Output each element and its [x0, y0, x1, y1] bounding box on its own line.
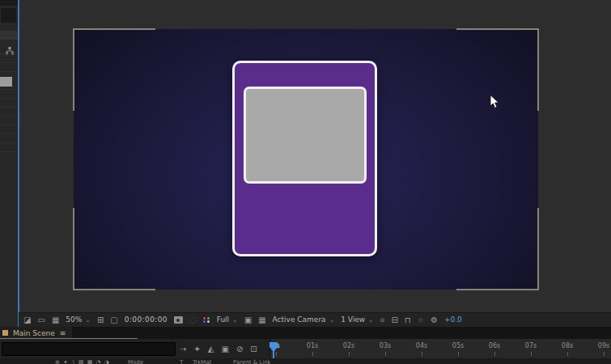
left-panel-row-divider: [0, 89, 16, 90]
camera-view-dropdown[interactable]: Active Camera ⌄: [273, 316, 335, 324]
column-parent-link: Parent & Link: [233, 359, 271, 364]
ruler-label: 05s: [449, 342, 467, 349]
exposure-adjust[interactable]: +0.0: [444, 316, 462, 324]
histogram-icon[interactable]: ⊓: [405, 316, 411, 324]
flowchart-icon[interactable]: ⁘: [418, 316, 424, 324]
viewer-toolbar: ◪ ▭ ▦ 50% ⌄ ⊞ ▢ 0:00:00:00 ◌ Full ⌄ ▣ ▦ …: [19, 312, 611, 327]
preview-monitor-icon[interactable]: ▦: [52, 316, 59, 324]
time-ruler[interactable]: 0s 01s 02s 03s 04s 05s 06s 07s 08s 09s: [269, 339, 611, 358]
ruler-tick: [422, 352, 422, 356]
grid-options-icon[interactable]: ⊞: [97, 316, 104, 324]
monitor-icon[interactable]: ▭: [37, 316, 45, 324]
ruler-tick: [349, 352, 350, 356]
ruler-label: 09s: [595, 342, 611, 349]
camera-lens-dot: [176, 319, 180, 322]
draft-3d-icon[interactable]: ✦: [193, 345, 200, 353]
view-layout-value: 1 View: [341, 315, 365, 324]
ruler-label: 06s: [486, 342, 503, 349]
ruler-tick: [494, 352, 495, 356]
resolution-value: Full: [217, 315, 229, 324]
layer-switch-icons: ⊕ ✦ ∖ ▤ ▦ ◔ ◑: [55, 359, 110, 364]
composition-viewport[interactable]: [74, 29, 538, 290]
magnification-dropdown[interactable]: 50% ⌄: [66, 316, 91, 324]
fast-previews-gear-icon[interactable]: ⚙: [431, 316, 438, 324]
transparency-grid-icon[interactable]: ▦: [258, 316, 265, 324]
ruler-label: 07s: [522, 342, 540, 349]
left-panel-row-divider: [0, 133, 16, 134]
reset-exposure-icon[interactable]: ⊟: [391, 316, 397, 324]
flowchart-icon: [5, 43, 15, 51]
left-panel-row-divider: [0, 142, 16, 143]
blue-channel-dot: [203, 320, 206, 323]
ruler-tick: [458, 352, 459, 356]
grid-guides-icon[interactable]: ⌗: [380, 316, 385, 324]
ruler-label: 08s: [558, 342, 576, 349]
comp-color-swatch: [2, 330, 8, 336]
panel-menu-icon[interactable]: ≡: [60, 329, 66, 337]
view-options-icon[interactable]: ◪: [23, 316, 31, 324]
ruler-tick: [276, 352, 277, 356]
viewport-corner-bracket: [73, 208, 155, 290]
column-trkmat: TrkMat: [193, 359, 211, 364]
red-channel-dot: [203, 317, 206, 320]
chevron-down-icon: ⌄: [232, 316, 238, 324]
left-panel-row-divider: [0, 151, 16, 152]
channel-settings-icon[interactable]: [203, 317, 210, 323]
show-snapshot-icon[interactable]: ◌: [189, 316, 197, 324]
ruler-tick: [385, 352, 386, 356]
column-t: T: [180, 359, 183, 364]
left-panel-row-divider: [0, 125, 16, 125]
left-panel-strip[interactable]: [0, 0, 18, 328]
left-panel-row-divider: [0, 62, 16, 63]
graph-editor-icon[interactable]: ⊡: [250, 345, 257, 353]
camera-view-value: Active Camera: [273, 315, 326, 324]
timeline-tab-bar: Main Scene ≡: [0, 327, 611, 339]
left-panel-row-divider: [0, 116, 16, 116]
magnification-value: 50%: [66, 315, 82, 324]
left-panel-header: [0, 0, 18, 6]
mask-visibility-icon[interactable]: ▢: [110, 316, 117, 324]
chevron-down-icon: ⌄: [329, 316, 335, 324]
motion-blur-icon[interactable]: ⊘: [236, 345, 243, 353]
ruler-label: 04s: [413, 342, 431, 349]
region-of-interest-icon[interactable]: ▣: [244, 316, 252, 324]
column-mode: Mode: [128, 359, 143, 364]
resolution-dropdown[interactable]: Full ⌄: [217, 316, 238, 324]
ruler-label: 01s: [303, 342, 321, 349]
tab-main-scene[interactable]: Main Scene ≡: [0, 327, 72, 339]
timeline-controls-row: ⇢ ✦ ◭ ▣ ⊘ ⊡ 0s 01s 02s 03s 04s 05s 06s 0…: [0, 339, 611, 358]
ruler-tick: [567, 352, 568, 356]
ruler-tick: [312, 352, 313, 356]
left-panel-selected-row[interactable]: [0, 77, 12, 87]
alpha-channel-dot: [207, 320, 210, 323]
viewport-corner-bracket: [456, 208, 539, 290]
purple-card-layer[interactable]: [232, 61, 377, 256]
timeline-search-input[interactable]: [2, 342, 176, 356]
left-panel-row-divider: [0, 107, 16, 108]
timeline-view-switches: ⇢ ✦ ◭ ▣ ⊘ ⊡: [180, 342, 257, 355]
viewport-corner-bracket: [73, 28, 155, 111]
left-panel-row-divider: [0, 71, 16, 72]
left-panel-column-header: [0, 31, 18, 40]
current-timecode[interactable]: 0:00:00:00: [125, 316, 168, 324]
card-image-placeholder[interactable]: [244, 87, 367, 184]
shy-layers-icon[interactable]: ◭: [208, 345, 214, 353]
timeline-panel: Main Scene ≡ ⇢ ✦ ◭ ▣ ⊘ ⊡ 0s 01s 02s 03s …: [0, 327, 611, 364]
tab-label: Main Scene: [13, 329, 55, 337]
left-panel-row-divider: [0, 98, 16, 99]
snapshot-camera-icon[interactable]: [174, 316, 183, 324]
mini-flowchart-icon[interactable]: ⇢: [180, 345, 186, 353]
active-panel-divider[interactable]: [18, 0, 19, 328]
ruler-tick: [531, 352, 532, 356]
ruler-label: 02s: [340, 342, 358, 349]
green-channel-dot: [207, 317, 210, 320]
view-layout-dropdown[interactable]: 1 View ⌄: [341, 316, 374, 324]
chevron-down-icon: ⌄: [368, 316, 374, 324]
timeline-column-headers: ⊕ ✦ ∖ ▤ ▦ ◔ ◑ Mode T TrkMat Parent & Lin…: [0, 358, 611, 364]
viewport-corner-bracket: [456, 28, 539, 111]
left-panel-row-divider: [0, 53, 16, 54]
ruler-tick: [604, 352, 605, 356]
frame-blending-icon[interactable]: ▣: [221, 345, 228, 353]
left-panel-thumbnail: [1, 8, 16, 23]
ruler-label: 03s: [376, 342, 394, 349]
